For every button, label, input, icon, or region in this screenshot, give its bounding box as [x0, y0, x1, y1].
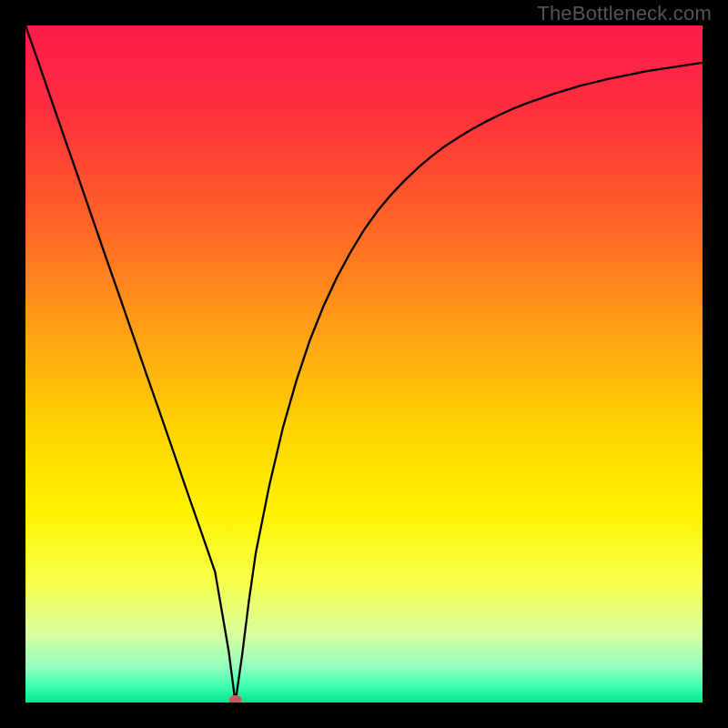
bottleneck-chart	[25, 25, 703, 703]
watermark-label: TheBottleneck.com	[537, 2, 712, 25]
chart-frame: TheBottleneck.com	[0, 0, 728, 728]
gradient-plot-area	[25, 25, 703, 703]
